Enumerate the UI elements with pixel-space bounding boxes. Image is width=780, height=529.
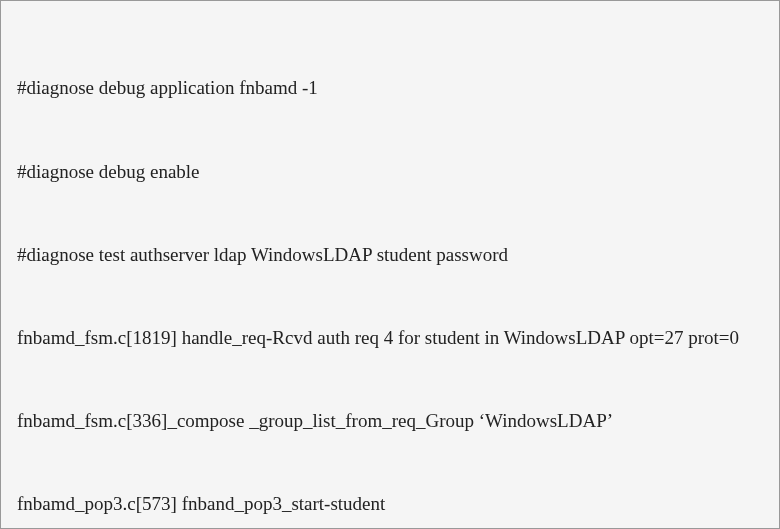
log-line: #diagnose debug application fnbamd -1: [17, 74, 763, 102]
log-line: fnbamd_pop3.c[573] fnband_pop3_start-stu…: [17, 490, 763, 518]
debug-log-output: #diagnose debug application fnbamd -1 #d…: [17, 19, 763, 529]
log-line: #diagnose test authserver ldap WindowsLD…: [17, 241, 763, 269]
log-line: #diagnose debug enable: [17, 158, 763, 186]
log-line: fnbamd_fsm.c[336]_compose _group_list_fr…: [17, 407, 763, 435]
log-line: fnbamd_fsm.c[1819] handle_req-Rcvd auth …: [17, 324, 763, 352]
